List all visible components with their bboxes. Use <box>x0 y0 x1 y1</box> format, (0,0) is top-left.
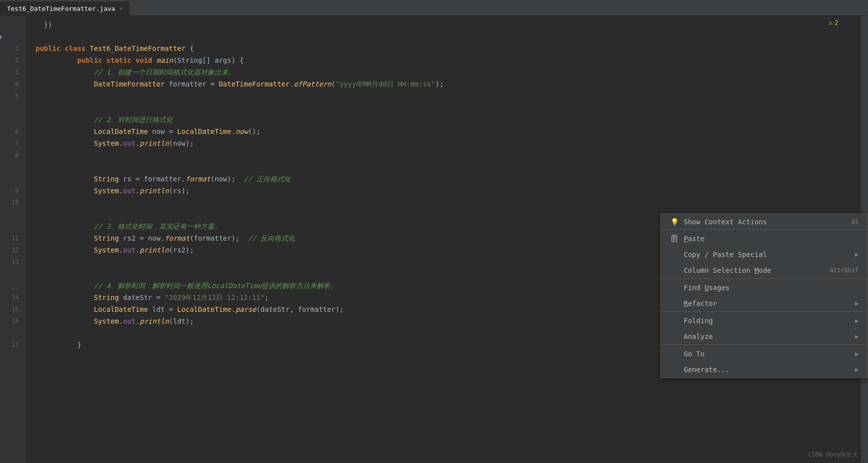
gutter-line-8 <box>0 102 22 114</box>
code-line-empty-2 <box>36 90 861 102</box>
code-line-dtf: DateTimeFormatter formatter = DateTimeFo… <box>36 78 861 90</box>
menu-shortcut-refactor: ▶ <box>855 300 859 307</box>
menu-label-refactor: Refactor <box>684 299 717 307</box>
tab-bar: Test6_DateTimeFormatter.java × <box>0 0 868 16</box>
menu-item-refactor[interactable]: Refactor ▶ <box>661 295 868 312</box>
gutter-line-18 <box>0 220 22 232</box>
code-line-now: LocalDateTime now = LocalDateTime.now(); <box>36 126 861 137</box>
find-usages-icon <box>670 283 679 292</box>
generate-icon <box>670 365 679 374</box>
code-line-main: public static void main(String[] args) { <box>36 54 861 66</box>
gutter-line-10: 6 <box>0 126 22 137</box>
code-line-comment1: // 1、创建一个日期时间格式化器对象出来。 <box>36 66 861 78</box>
gutter-line-21: 13 <box>0 256 22 268</box>
menu-label-find-usages: Find Usages <box>684 284 730 292</box>
gutter-line-22 <box>0 268 22 280</box>
gutter-line-14 <box>0 173 22 185</box>
code-line-empty-4 <box>36 149 861 161</box>
watermark-text: CSDN @boy快长大 <box>808 451 858 458</box>
gutter-line-17 <box>0 209 22 220</box>
code-line-1: }) <box>36 19 861 31</box>
goto-icon <box>670 349 679 358</box>
gutter-line-2: ▶ ◆ <box>0 31 22 42</box>
menu-label-goto: Go To <box>684 350 704 358</box>
menu-shortcut-analyze: ▶ <box>855 333 859 340</box>
menu-item-generate[interactable]: Generate... ▶ <box>661 362 868 378</box>
gutter-line-5: 3 <box>0 66 22 78</box>
gutter-line-19: 11 <box>0 232 22 244</box>
gutter-line-25: 15 <box>0 303 22 315</box>
gutter-line-9 <box>0 114 22 126</box>
gutter-line-16: 10 <box>0 197 22 209</box>
menu-label-show-context-actions: Show Context Actions <box>684 218 767 226</box>
editor-area: ▶ ◆ 1 2 3 4 5 6 7 8 9 10 11 12 13 14 15 … <box>0 16 868 463</box>
gutter-line-13 <box>0 161 22 173</box>
menu-item-analyze[interactable]: Analyze ▶ <box>661 329 868 345</box>
menu-shortcut-generate: ▶ <box>855 366 859 373</box>
menu-shortcut-folding: ▶ <box>855 317 859 324</box>
menu-item-folding[interactable]: Folding ▶ <box>661 313 868 329</box>
svg-rect-1 <box>673 235 676 237</box>
menu-item-paste[interactable]: Paste <box>661 231 868 247</box>
folding-icon <box>670 316 679 325</box>
menu-item-copy-paste-special[interactable]: Copy / Paste Special ▶ <box>661 247 868 262</box>
bookmark-icon: ◆ <box>0 31 2 42</box>
tab-close-button[interactable]: × <box>119 5 123 12</box>
code-line-comment2: // 2、对时间进行格式化 <box>36 114 861 126</box>
menu-item-show-context-actions[interactable]: 💡 Show Context Actions Al <box>661 214 868 230</box>
menu-shortcut-goto: ▶ <box>855 350 859 357</box>
code-line-empty-3 <box>36 102 861 114</box>
refactor-icon <box>670 299 679 308</box>
warning-count: 2 <box>834 19 838 26</box>
copy-paste-icon <box>670 250 679 259</box>
code-line-rs: String rs = formatter.format(now); // 正向… <box>36 173 861 185</box>
menu-label-copy-paste-special: Copy / Paste Special <box>684 251 767 258</box>
active-tab[interactable]: Test6_DateTimeFormatter.java × <box>0 1 129 15</box>
menu-item-column-selection[interactable]: Column Selection Mode Alt+Shif <box>661 262 868 279</box>
menu-label-folding: Folding <box>684 317 713 325</box>
menu-item-goto[interactable]: Go To ▶ <box>661 346 868 362</box>
watermark: CSDN @boy快长大 <box>808 451 858 459</box>
warning-badge: ⚠ 2 <box>828 19 838 26</box>
code-line-empty-5 <box>36 161 861 173</box>
gutter-line-1 <box>0 19 22 31</box>
gutter-line-4: 2 <box>0 54 22 66</box>
column-selection-icon <box>670 266 679 275</box>
gutter-line-23 <box>0 280 22 292</box>
line-number-gutter: ▶ ◆ 1 2 3 4 5 6 7 8 9 10 11 12 13 14 15 … <box>0 16 26 463</box>
menu-shortcut-copy-paste: ▶ <box>855 251 859 258</box>
gutter-line-24: 14 <box>0 292 22 303</box>
code-line-class: public class Test6_DateTimeFormatter { <box>36 42 861 54</box>
menu-label-paste: Paste <box>684 235 704 243</box>
tab-filename: Test6_DateTimeFormatter.java <box>7 5 115 12</box>
menu-shortcut-show-context-actions: Al <box>852 218 859 225</box>
code-line-println1: System.out.println(now); <box>36 137 861 149</box>
code-line-empty-1 <box>36 31 861 42</box>
menu-shortcut-column-selection: Alt+Shif <box>830 267 859 274</box>
lightbulb-icon: 💡 <box>670 217 679 226</box>
code-line-println2: System.out.println(rs); <box>36 185 861 197</box>
gutter-line-15: 9 <box>0 185 22 197</box>
menu-label-column-selection: Column Selection Mode <box>684 266 771 274</box>
gutter-line-3: 1 <box>0 42 22 54</box>
gutter-line-28: 17 <box>0 339 22 351</box>
gutter-line-27 <box>0 327 22 339</box>
gutter-line-12: 8 <box>0 149 22 161</box>
context-menu: 💡 Show Context Actions Al <box>661 213 868 378</box>
paste-icon <box>670 234 679 243</box>
gutter-line-20: 12 <box>0 244 22 256</box>
gutter-line-7: 5 <box>0 90 22 102</box>
code-line-empty-6 <box>36 197 861 209</box>
menu-item-find-usages[interactable]: Find Usages <box>661 280 868 295</box>
gutter-line-6: 4 <box>0 78 22 90</box>
analyze-icon <box>670 332 679 341</box>
menu-label-generate: Generate... <box>684 366 730 374</box>
gutter-line-11: 7 <box>0 137 22 149</box>
gutter-line-26: 16 <box>0 315 22 327</box>
warning-triangle-icon: ⚠ <box>828 19 832 26</box>
menu-label-analyze: Analyze <box>684 333 713 340</box>
